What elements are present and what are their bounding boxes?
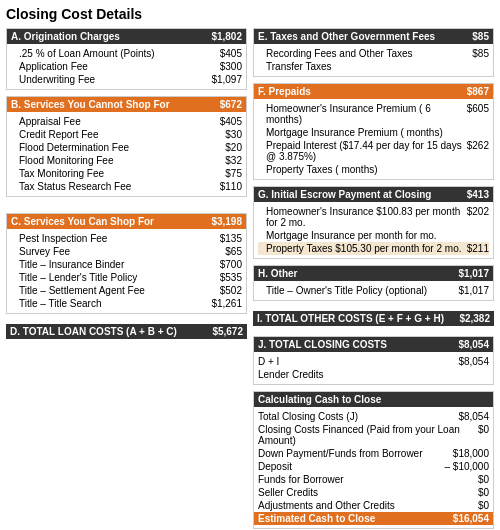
list-item: Pest Inspection Fee $135 bbox=[11, 232, 242, 245]
list-item: Flood Determination Fee $20 bbox=[11, 141, 242, 154]
list-item: D + I $8,054 bbox=[258, 355, 489, 368]
calc-row: Adjustments and Other Credits $0 bbox=[258, 499, 489, 512]
section-b-value: $672 bbox=[220, 99, 242, 110]
section-e: E. Taxes and Other Government Fees $85 R… bbox=[253, 28, 494, 77]
list-item: Underwriting Fee $1,097 bbox=[11, 73, 242, 86]
section-e-label: E. Taxes and Other Government Fees bbox=[258, 31, 435, 42]
list-item: Title – Owner's Title Policy (optional) … bbox=[258, 284, 489, 297]
section-b-label: B. Services You Cannot Shop For bbox=[11, 99, 170, 110]
section-e-header: E. Taxes and Other Government Fees $85 bbox=[254, 29, 493, 44]
section-a-content: .25 % of Loan Amount (Points) $405 Appli… bbox=[7, 44, 246, 89]
list-item: Homeowner's Insurance $100.83 per month … bbox=[258, 205, 489, 229]
calc-content: Total Closing Costs (J) $8,054 Closing C… bbox=[254, 407, 493, 528]
section-j-content: D + I $8,054 Lender Credits bbox=[254, 352, 493, 384]
section-g-content: Homeowner's Insurance $100.83 per month … bbox=[254, 202, 493, 258]
spacer bbox=[6, 203, 247, 207]
list-item: Flood Monitoring Fee $32 bbox=[11, 154, 242, 167]
section-e-content: Recording Fees and Other Taxes $85 Trans… bbox=[254, 44, 493, 76]
section-f-value: $867 bbox=[467, 86, 489, 97]
list-item-highlighted: Property Taxes $105.30 per month for 2 m… bbox=[258, 242, 489, 255]
list-item: Prepaid Interest ($17.44 per day for 15 … bbox=[258, 139, 489, 163]
list-item: Survey Fee $65 bbox=[11, 245, 242, 258]
list-item: Lender Credits bbox=[258, 368, 489, 381]
calc-row: Total Closing Costs (J) $8,054 bbox=[258, 410, 489, 423]
list-item: Homeowner's Insurance Premium ( 6 months… bbox=[258, 102, 489, 126]
section-h-content: Title – Owner's Title Policy (optional) … bbox=[254, 281, 493, 300]
list-item: Tax Monitoring Fee $75 bbox=[11, 167, 242, 180]
section-h: H. Other $1,017 Title – Owner's Title Po… bbox=[253, 265, 494, 301]
list-item: Title – Settlement Agent Fee $502 bbox=[11, 284, 242, 297]
section-h-label: H. Other bbox=[258, 268, 297, 279]
calc-section: Calculating Cash to Close Total Closing … bbox=[253, 391, 494, 529]
section-e-value: $85 bbox=[472, 31, 489, 42]
section-f-content: Homeowner's Insurance Premium ( 6 months… bbox=[254, 99, 493, 179]
calc-header: Calculating Cash to Close bbox=[254, 392, 493, 407]
total-other-costs: I. TOTAL OTHER COSTS (E + F + G + H) $2,… bbox=[253, 311, 494, 326]
section-j: J. TOTAL CLOSING COSTS $8,054 D + I $8,0… bbox=[253, 336, 494, 385]
section-c: C. Services You Can Shop For $3,198 Pest… bbox=[6, 213, 247, 314]
estimated-cash-to-close: Estimated Cash to Close $16,054 bbox=[254, 512, 493, 525]
section-g-label: G. Initial Escrow Payment at Closing bbox=[258, 189, 431, 200]
section-g-value: $413 bbox=[467, 189, 489, 200]
list-item: .25 % of Loan Amount (Points) $405 bbox=[11, 47, 242, 60]
list-item: Tax Status Research Fee $110 bbox=[11, 180, 242, 193]
list-item: Title – Title Search $1,261 bbox=[11, 297, 242, 310]
section-f-label: F. Prepaids bbox=[258, 86, 311, 97]
calc-row: Funds for Borrower $0 bbox=[258, 473, 489, 486]
list-item: Appraisal Fee $405 bbox=[11, 115, 242, 128]
total-loan-costs: D. TOTAL LOAN COSTS (A + B + C) $5,672 bbox=[6, 324, 247, 339]
list-item: Mortgage Insurance per month for mo. bbox=[258, 229, 489, 242]
section-h-header: H. Other $1,017 bbox=[254, 266, 493, 281]
list-item: Mortgage Insurance Premium ( months) bbox=[258, 126, 489, 139]
section-j-header: J. TOTAL CLOSING COSTS $8,054 bbox=[254, 337, 493, 352]
section-b: B. Services You Cannot Shop For $672 App… bbox=[6, 96, 247, 197]
list-item: Transfer Taxes bbox=[258, 60, 489, 73]
calc-row: Closing Costs Financed (Paid from your L… bbox=[258, 423, 489, 447]
total-other-value: $2,382 bbox=[459, 313, 490, 324]
section-a: A. Origination Charges $1,802 .25 % of L… bbox=[6, 28, 247, 90]
total-other-label: I. TOTAL OTHER COSTS (E + F + G + H) bbox=[257, 313, 444, 324]
section-a-header: A. Origination Charges $1,802 bbox=[7, 29, 246, 44]
section-b-header: B. Services You Cannot Shop For $672 bbox=[7, 97, 246, 112]
section-c-label: C. Services You Can Shop For bbox=[11, 216, 154, 227]
section-b-content: Appraisal Fee $405 Credit Report Fee $30… bbox=[7, 112, 246, 196]
section-a-value: $1,802 bbox=[211, 31, 242, 42]
section-a-label: A. Origination Charges bbox=[11, 31, 120, 42]
section-c-header: C. Services You Can Shop For $3,198 bbox=[7, 214, 246, 229]
section-g: G. Initial Escrow Payment at Closing $41… bbox=[253, 186, 494, 259]
section-f: F. Prepaids $867 Homeowner's Insurance P… bbox=[253, 83, 494, 180]
list-item: Recording Fees and Other Taxes $85 bbox=[258, 47, 489, 60]
right-column: E. Taxes and Other Government Fees $85 R… bbox=[253, 28, 494, 529]
list-item: Title – Lender's Title Policy $535 bbox=[11, 271, 242, 284]
section-c-value: $3,198 bbox=[211, 216, 242, 227]
calc-row: Down Payment/Funds from Borrower $18,000 bbox=[258, 447, 489, 460]
section-j-label: J. TOTAL CLOSING COSTS bbox=[258, 339, 387, 350]
list-item: Title – Insurance Binder $700 bbox=[11, 258, 242, 271]
section-g-header: G. Initial Escrow Payment at Closing $41… bbox=[254, 187, 493, 202]
calc-row: Deposit – $10,000 bbox=[258, 460, 489, 473]
total-loan-value: $5,672 bbox=[212, 326, 243, 337]
section-c-content: Pest Inspection Fee $135 Survey Fee $65 … bbox=[7, 229, 246, 313]
section-j-value: $8,054 bbox=[458, 339, 489, 350]
section-f-header: F. Prepaids $867 bbox=[254, 84, 493, 99]
list-item: Application Fee $300 bbox=[11, 60, 242, 73]
list-item: Property Taxes ( months) bbox=[258, 163, 489, 176]
page-title: Closing Cost Details bbox=[6, 6, 494, 22]
section-h-value: $1,017 bbox=[458, 268, 489, 279]
list-item: Credit Report Fee $30 bbox=[11, 128, 242, 141]
total-loan-label: D. TOTAL LOAN COSTS (A + B + C) bbox=[10, 326, 177, 337]
left-column: A. Origination Charges $1,802 .25 % of L… bbox=[6, 28, 247, 529]
calc-row: Seller Credits $0 bbox=[258, 486, 489, 499]
